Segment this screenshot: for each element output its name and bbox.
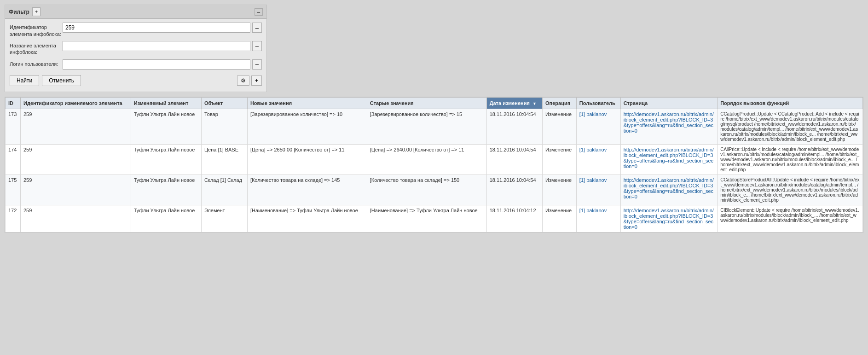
data-table: ID Идентификатор изменяемого элемента Из… [5,97,863,233]
filter-panel: Фильтр + – Идентификатор элемента инфобл… [5,5,267,92]
cell-date: 18.11.2016 10:04:12 [486,205,542,232]
col-header-date[interactable]: Дата изменения ▼ [486,97,542,109]
filter-header: Фильтр + – [5,5,266,19]
cell-element: Туфли Ультра Лайн новое [131,109,201,144]
filter-label-login: Логин пользователя: [10,59,63,67]
col-header-old-values: Старые значения [367,97,486,109]
filter-actions-left: Найти Отменить [10,75,81,86]
cell-iblock-id: 259 [21,205,131,232]
cell-old-values: [Зарезервированное количество] => 15 [367,109,486,144]
cell-page: http://demodev1.askaron.ru/bitrix/admin/… [620,205,718,232]
filter-remove-login[interactable]: – [252,59,262,70]
cell-operation: Изменение [542,144,576,175]
cell-user: [1] baklanov [576,109,620,144]
filter-remove-name[interactable]: – [252,41,262,51]
filter-label-id: Идентификатор элемента инфоблока: [10,23,63,37]
cell-object: Товар [201,109,247,144]
cell-object: Цена [1] BASE [201,144,247,175]
cell-iblock-id: 259 [21,109,131,144]
filter-row-name: Название элемента инфоблока: – [10,41,262,56]
cell-operation: Изменение [542,175,576,205]
filter-actions-right: ⚙ + [237,76,262,86]
cell-id: 173 [6,109,21,144]
cell-id: 172 [6,205,21,232]
cell-iblock-id: 259 [21,144,131,175]
filter-input-wrap-name: – [63,41,262,51]
cell-page: http://demodev1.askaron.ru/bitrix/admin/… [620,109,718,144]
filter-label-name: Название элемента инфоблока: [10,41,63,56]
cell-new-values: [Цена] => 2650.00 [Количество от] => 11 [247,144,367,175]
table-row: 175259Туфли Ультра Лайн новоеСклад [1] С… [6,175,863,205]
cell-date: 18.11.2016 10:04:54 [486,175,542,205]
table-row: 173259Туфли Ультра Лайн новоеТовар[Зарез… [6,109,863,144]
cell-operation: Изменение [542,205,576,232]
filter-input-name[interactable] [63,41,250,51]
filter-title: Фильтр [9,9,29,15]
cell-object: Склад [1] Склад [201,175,247,205]
cell-element: Туфли Ультра Лайн новое [131,205,201,232]
col-header-id: ID [6,97,21,109]
cell-funcs: CIBlockElement::Update < require /home/b… [718,205,863,232]
cell-funcs: CAllPrice::Update < include < require /h… [718,144,863,175]
filter-row-id: Идентификатор элемента инфоблока: – [10,23,262,37]
cell-date: 18.11.2016 10:04:54 [486,109,542,144]
cell-new-values: [Зарезервированное количество] => 10 [247,109,367,144]
cell-page: http://demodev1.askaron.ru/bitrix/admin/… [620,175,718,205]
filter-input-wrap-id: – [63,23,262,33]
filter-add-button[interactable]: + [32,7,41,16]
table-header-row: ID Идентификатор изменяемого элемента Из… [6,97,863,109]
table-wrap: ID Идентификатор изменяемого элемента Из… [5,97,863,233]
filter-input-wrap-login: – [63,59,262,70]
col-header-user: Пользователь [576,97,620,109]
table-row: 172259Туфли Ультра Лайн новоеЭлемент[Наи… [6,205,863,232]
cell-user: [1] baklanov [576,144,620,175]
cell-new-values: [Наименование] => Туфли Ультра Лайн ново… [247,205,367,232]
cell-page: http://demodev1.askaron.ru/bitrix/admin/… [620,144,718,175]
cell-funcs: CCatalogStoreProductAll::Update < includ… [718,175,863,205]
cell-funcs: CCatalogProduct::Update < CCatalogProduc… [718,109,863,144]
col-header-page: Страница [620,97,718,109]
cell-element: Туфли Ультра Лайн новое [131,144,201,175]
cell-old-values: [Количество товара на складе] => 150 [367,175,486,205]
filter-row-login: Логин пользователя: – [10,59,262,70]
filter-input-id[interactable] [63,23,250,33]
col-header-operation: Операция [542,97,576,109]
table-row: 174259Туфли Ультра Лайн новоеЦена [1] BA… [6,144,863,175]
cell-operation: Изменение [542,109,576,144]
cell-element: Туфли Ультра Лайн новое [131,175,201,205]
filter-find-button[interactable]: Найти [10,75,39,86]
filter-header-left: Фильтр + [9,7,41,16]
filter-minimize-button[interactable]: – [255,8,263,16]
filter-cancel-button[interactable]: Отменить [42,75,81,86]
cell-iblock-id: 259 [21,175,131,205]
cell-old-values: [Наименование] => Туфли Ультра Лайн ново… [367,205,486,232]
col-header-funcs: Порядок вызовов функций [718,97,863,109]
filter-remove-id[interactable]: – [252,23,262,33]
filter-body: Идентификатор элемента инфоблока: – Назв… [5,19,266,91]
cell-old-values: [Цена] => 2640.00 [Количество от] => 11 [367,144,486,175]
cell-user: [1] baklanov [576,205,620,232]
filter-gear-button[interactable]: ⚙ [237,76,249,86]
filter-input-login[interactable] [63,59,250,70]
cell-id: 174 [6,144,21,175]
cell-id: 175 [6,175,21,205]
col-header-iblock-id: Идентификатор изменяемого элемента [21,97,131,109]
col-header-element: Изменяемый элемент [131,97,201,109]
col-header-new-values: Новые значения [247,97,367,109]
cell-user: [1] baklanov [576,175,620,205]
filter-plus-button[interactable]: + [251,76,262,86]
cell-new-values: [Количество товара на складе] => 145 [247,175,367,205]
col-header-object: Объект [201,97,247,109]
cell-object: Элемент [201,205,247,232]
sort-arrow-icon: ▼ [532,101,537,106]
filter-actions: Найти Отменить ⚙ + [10,73,262,88]
cell-date: 18.11.2016 10:04:54 [486,144,542,175]
